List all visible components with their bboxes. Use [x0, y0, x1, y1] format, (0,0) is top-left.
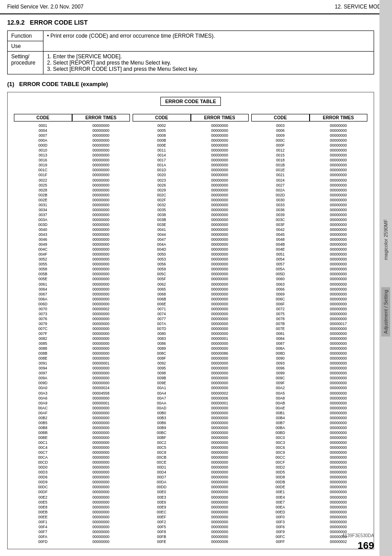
code-cell: 0003: [251, 123, 310, 128]
table-row: 002800000000: [14, 188, 130, 193]
code-cell: 0019: [14, 163, 72, 168]
table-row: 008500000000: [14, 341, 130, 346]
times-cell: 00000000: [310, 222, 368, 227]
table-row: 007D00000000: [133, 326, 249, 331]
times-cell: 00000000: [191, 272, 249, 277]
table-row: 008800000000: [14, 346, 130, 351]
table-row: 005100000000: [251, 252, 367, 257]
code-cell: 00C4: [14, 445, 72, 450]
times-cell: 00000000: [191, 173, 249, 178]
times-cell: 00000000: [191, 386, 249, 391]
code-cell: 0086: [133, 341, 191, 346]
table-row: 000600000000: [251, 128, 367, 133]
times-cell: 00000000: [72, 534, 130, 539]
code-cell: 0002: [133, 123, 191, 128]
table-row: 001A00000000: [133, 163, 249, 168]
section-heading: ERROR CODE LIST: [30, 19, 88, 26]
code-cell: 005A: [251, 267, 310, 272]
code-cell: 0081: [251, 331, 310, 336]
table-row: 00A700000006: [133, 396, 249, 401]
times-cell: 00000000: [310, 416, 368, 421]
code-cell: 001E: [251, 168, 310, 173]
code-cell: 000E: [133, 143, 191, 148]
times-cell: 00000000: [310, 470, 368, 475]
sidebar-model-text: magicolor 2590MF: [383, 219, 388, 260]
times-cell: 00000000: [72, 510, 130, 515]
times-cell: 00000001: [191, 336, 249, 341]
times-cell: 00000000: [191, 465, 249, 470]
times-cell: 00000000: [72, 292, 130, 297]
table-row: 006F00000000: [251, 302, 367, 307]
table-row: 00B900000000: [133, 426, 249, 430]
times-cell: 00000000: [72, 173, 130, 178]
times-cell: 00000000: [191, 525, 249, 530]
col2-rows: 000200000000000500000000000800000000000B…: [133, 123, 249, 544]
code-cell: 0023: [133, 178, 191, 183]
table-row: 008400000000: [251, 336, 367, 341]
code-cell: 005D: [251, 272, 310, 277]
table-row: 00D100000000: [133, 465, 249, 470]
code-cell: 00FE: [133, 539, 191, 544]
code-cell: 00A0: [14, 386, 72, 391]
table-row: 00B700000000: [251, 421, 367, 426]
code-cell: 00E2: [14, 495, 72, 500]
code-cell: 0067: [14, 292, 72, 297]
code-cell: 003D: [14, 222, 72, 227]
table-row: 007900000000: [14, 321, 130, 326]
code-cell: 0001: [14, 123, 72, 128]
times-cell: 00000000: [310, 217, 368, 222]
table-row: 00BF00000000: [133, 435, 249, 440]
times-cell: 00000000: [72, 138, 130, 143]
code-cell: 00DC: [14, 485, 72, 490]
times-cell: 00000000: [72, 227, 130, 232]
code-cell: 005F: [133, 277, 191, 282]
table-row: 00CD00000000: [14, 460, 130, 465]
times-cell: 00000000: [72, 128, 130, 133]
table-row: 00B800000000: [14, 426, 130, 430]
table-row: 002B00000000: [14, 193, 130, 198]
table-row: 00B300000000: [133, 416, 249, 421]
col3-header: CODE ERROR TIMES: [251, 114, 367, 122]
table-row: 00D400000000: [133, 470, 249, 475]
table-row: 004000000000: [14, 227, 130, 232]
times-cell: 00000000: [310, 173, 368, 178]
times-cell: 00000000: [72, 470, 130, 475]
code-cell: 0030: [251, 198, 310, 203]
code-cell: 0059: [133, 267, 191, 272]
times-cell: 00000000: [191, 183, 249, 188]
code-cell: 0078: [251, 317, 310, 321]
times-cell: 00000000: [310, 356, 368, 361]
code-cell: 0077: [133, 317, 191, 321]
table-row: 00AA00000001: [133, 401, 249, 406]
code-cell: 00BB: [14, 430, 72, 435]
code-cell: 0024: [251, 178, 310, 183]
table-row: 000B00000000: [133, 138, 249, 143]
times-cell: 00000000: [191, 495, 249, 500]
table-row: 008F00000000: [133, 356, 249, 361]
times-cell: 00000000: [191, 128, 249, 133]
table-row: 00DA00000000: [133, 480, 249, 485]
code-cell: 00AF: [14, 411, 72, 416]
times-cell: 00000000: [310, 237, 368, 242]
times-cell: 00000000: [191, 143, 249, 148]
code-cell: 0009: [251, 133, 310, 138]
code-cell: 0076: [14, 317, 72, 321]
right-sidebar: magicolor 2590MF Adjustment / Setting: [379, 0, 392, 556]
table-row: 008900000000: [133, 346, 249, 351]
function-table: Function • Print error code (CODE) and e…: [7, 30, 374, 74]
times-cell: 00000000: [310, 227, 368, 232]
table-row: 00BD00000000: [251, 430, 367, 435]
table-row: 000200000000: [133, 123, 249, 128]
times-cell: 00000006: [191, 539, 249, 544]
times-cell: 00000000: [72, 426, 130, 430]
code-cell: 007A: [133, 321, 191, 326]
section-number: 12.9.2: [7, 19, 25, 26]
table-row: 00D000000000: [14, 465, 130, 470]
code-cell: 0080: [133, 331, 191, 336]
table-row: 007500000000: [251, 312, 367, 317]
table-row: 001D00000000: [133, 168, 249, 173]
code-cell: 004C: [14, 247, 72, 252]
times-cell: 00000000: [191, 317, 249, 321]
times-cell: 00000002: [72, 307, 130, 312]
table-row: 00DD00000000: [133, 485, 249, 490]
